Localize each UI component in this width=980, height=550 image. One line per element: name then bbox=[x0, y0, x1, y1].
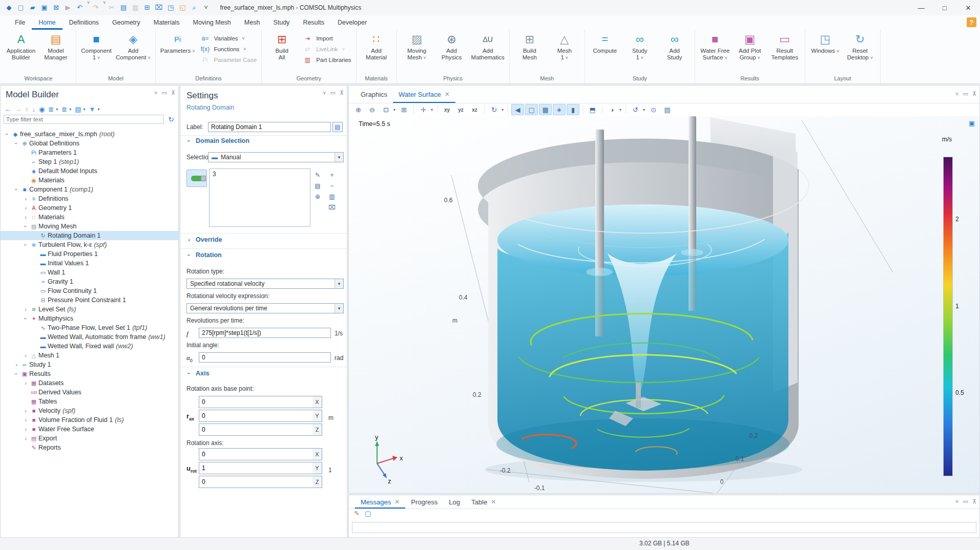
graphics-tab-water-surface[interactable]: Water Surface✕ bbox=[393, 86, 455, 103]
tree-item-volume-fraction-of-fluid-1[interactable]: ›■Volume Fraction of Fluid 1(ls) bbox=[1, 415, 178, 425]
velocity-expression-dropdown[interactable]: General revolutions per time▼ bbox=[186, 303, 344, 313]
go-forward-icon[interactable]: → bbox=[15, 105, 22, 113]
3d-scene[interactable]: y x z bbox=[349, 116, 979, 493]
move-up-icon[interactable]: ↑ bbox=[25, 105, 29, 113]
label-input[interactable] bbox=[208, 122, 330, 132]
menu-tab-geometry[interactable]: Geometry bbox=[106, 15, 147, 30]
tree-caret-icon[interactable]: › bbox=[13, 370, 19, 377]
tree-item-mesh-1[interactable]: ›△Mesh 1 bbox=[1, 351, 178, 360]
tree-caret-icon[interactable]: › bbox=[23, 315, 29, 322]
tree-caret-icon[interactable]: › bbox=[13, 140, 19, 147]
save-icon[interactable]: ▣ bbox=[38, 0, 50, 15]
parameters-button[interactable]: PiParameters˅ bbox=[158, 30, 197, 55]
environment-reflections-icon[interactable]: ▢ bbox=[525, 104, 538, 115]
bottom-tab-messages[interactable]: Messages✕ bbox=[355, 495, 405, 509]
undo-icon[interactable]: ↶ bbox=[74, 0, 86, 15]
zoom-out-icon[interactable]: ⊖ bbox=[366, 104, 379, 115]
close-tab-icon[interactable]: ✕ bbox=[445, 91, 450, 98]
redo-icon[interactable]: ↷ bbox=[90, 0, 101, 15]
add-material-button[interactable]: ∷AddMaterial bbox=[359, 30, 394, 61]
tree-caret-icon[interactable]: › bbox=[23, 241, 29, 248]
menu-tab-home[interactable]: Home bbox=[32, 15, 62, 30]
compute-button[interactable]: =Compute bbox=[588, 30, 622, 54]
parameter-case-button[interactable]: PiParameter Case bbox=[199, 56, 257, 64]
tree-item-parameters-1[interactable]: PiParameters 1 bbox=[1, 148, 178, 157]
tree-item-velocity[interactable]: ›■Velocity(spf) bbox=[1, 406, 178, 415]
selection-list[interactable]: 3 bbox=[209, 168, 310, 227]
tree-item-gravity-1[interactable]: ≈Gravity 1 bbox=[1, 277, 178, 286]
tree-item-datasets[interactable]: ›▦Datasets bbox=[1, 378, 178, 388]
float-panel-icon[interactable]: ▭ bbox=[162, 90, 167, 96]
part-libraries-button[interactable]: ▥Part Libraries bbox=[301, 56, 351, 64]
tree-caret-icon[interactable]: › bbox=[22, 435, 29, 441]
build-all-button[interactable]: ⊞BuildAll bbox=[264, 30, 299, 61]
reset-desktop-button[interactable]: ↻ResetDesktop˅ bbox=[843, 30, 878, 61]
section-axis[interactable]: ›Axis bbox=[186, 370, 209, 377]
chevron-down-icon[interactable]: ▾ bbox=[643, 108, 645, 112]
section-rotation[interactable]: ›Rotation bbox=[186, 251, 222, 259]
menu-tab-file[interactable]: File bbox=[8, 15, 32, 30]
clear-selection-icon[interactable]: ⌧ bbox=[327, 203, 337, 212]
tree-item-initial-values-1[interactable]: ▬Initial Values 1 bbox=[1, 259, 178, 268]
appearance-icon[interactable]: ◑ bbox=[606, 104, 618, 115]
result-templates-button[interactable]: ▭ResultTemplates bbox=[767, 30, 802, 61]
tree-caret-icon[interactable]: › bbox=[22, 306, 29, 312]
panel-menu-icon[interactable]: ˅ bbox=[955, 91, 958, 97]
remove-from-selection-icon[interactable]: − bbox=[327, 181, 337, 191]
tree-caret-icon[interactable]: › bbox=[13, 186, 19, 193]
tree-item-rotating-domain-1[interactable]: ↻Rotating Domain 1 bbox=[1, 231, 178, 240]
view-xy-icon[interactable]: xy bbox=[441, 104, 453, 115]
chevron-down-icon[interactable]: ▾ bbox=[619, 108, 621, 112]
tree-item-wetted-wall-fixed-wall[interactable]: ▬Wetted Wall, Fixed wall(ww2) bbox=[1, 342, 178, 351]
tree-item-free-surface-mixer-ls-mph[interactable]: ›◆free_surface_mixer_ls.mph(root) bbox=[1, 130, 178, 139]
chevron-down-icon[interactable]: ▾ bbox=[97, 107, 99, 112]
tree-item-materials[interactable]: ◉Materials bbox=[1, 176, 178, 185]
tree-item-tables[interactable]: ▦Tables bbox=[1, 397, 178, 406]
paste-selection-icon[interactable]: ▥ bbox=[327, 192, 337, 201]
add-component-button[interactable]: ◈AddComponent˅ bbox=[114, 30, 153, 61]
tree-item-water-free-surface[interactable]: ›■Water Free Surface bbox=[1, 425, 178, 434]
float-panel-icon[interactable]: ▭ bbox=[963, 91, 968, 97]
cut-icon[interactable]: ✂ bbox=[106, 0, 118, 15]
add-plot-group-button[interactable]: ▣Add PlotGroup˅ bbox=[733, 30, 767, 61]
model-manager-button[interactable]: ▤ModelManager bbox=[38, 30, 73, 61]
tree-item-wetted-wall-automatic-from-frame[interactable]: ▬Wetted Wall, Automatic from frame(ww1) bbox=[1, 332, 178, 342]
tree-item-materials[interactable]: ›∷Materials bbox=[1, 213, 178, 222]
windows-button[interactable]: ◳Windows˅ bbox=[808, 30, 843, 55]
import-button[interactable]: ⇥Import bbox=[301, 35, 351, 42]
moving-mesh-button[interactable]: ▨MovingMesh˅ bbox=[400, 30, 434, 61]
view-lock-icon[interactable]: ⬒ bbox=[586, 104, 599, 115]
livelink-button[interactable]: ⇄LiveLink˅ bbox=[301, 46, 351, 53]
initial-angle-input[interactable] bbox=[199, 353, 330, 362]
select-icon[interactable]: ◳ bbox=[165, 0, 177, 15]
tree-caret-icon[interactable]: › bbox=[22, 426, 29, 432]
tree-item-moving-mesh[interactable]: ›▨Moving Mesh bbox=[1, 222, 178, 231]
tree-item-study-1[interactable]: ›∞Study 1 bbox=[1, 360, 178, 369]
minimize-button[interactable]: — bbox=[909, 0, 933, 15]
base-point-input-z[interactable] bbox=[199, 424, 317, 435]
tree-caret-icon[interactable]: › bbox=[22, 408, 29, 414]
tree-item-default-model-inputs[interactable]: ◈Default Model Inputs bbox=[1, 166, 178, 176]
build-mesh-button[interactable]: ⊞BuildMesh bbox=[512, 30, 547, 61]
show-grid-icon[interactable]: ▦ bbox=[539, 104, 552, 115]
toolbar-overflow-icon[interactable]: ˅ bbox=[200, 0, 212, 15]
go-back-icon[interactable]: ← bbox=[5, 105, 11, 113]
mesh-1-button[interactable]: △Mesh1˅ bbox=[547, 30, 582, 61]
tree-item-flow-continuity-1[interactable]: ▭Flow Continuity 1 bbox=[1, 286, 178, 295]
tree-item-export[interactable]: ›▤Export bbox=[1, 434, 178, 443]
add-to-selection-icon[interactable]: + bbox=[327, 171, 337, 180]
tree-caret-icon[interactable]: › bbox=[13, 362, 20, 368]
panel-menu-icon[interactable]: ˅ bbox=[154, 90, 157, 96]
find-icon[interactable]: ⌕ bbox=[189, 0, 200, 15]
tree-item-wall-1[interactable]: ▭Wall 1 bbox=[1, 268, 178, 277]
view-yz-icon[interactable]: yz bbox=[454, 104, 467, 115]
filter-input[interactable] bbox=[4, 115, 164, 124]
chevron-down-icon[interactable]: ▾ bbox=[431, 108, 433, 112]
tree-caret-icon[interactable]: › bbox=[22, 196, 29, 202]
save-to-icon[interactable]: ⊠ bbox=[50, 0, 62, 15]
print-icon[interactable]: ▤ bbox=[661, 104, 674, 115]
component-1-button[interactable]: ■Component1˅ bbox=[79, 30, 114, 61]
tree-caret-icon[interactable]: › bbox=[22, 205, 29, 211]
revolutions-input[interactable] bbox=[199, 328, 330, 337]
base-point-input-x[interactable] bbox=[199, 396, 317, 408]
